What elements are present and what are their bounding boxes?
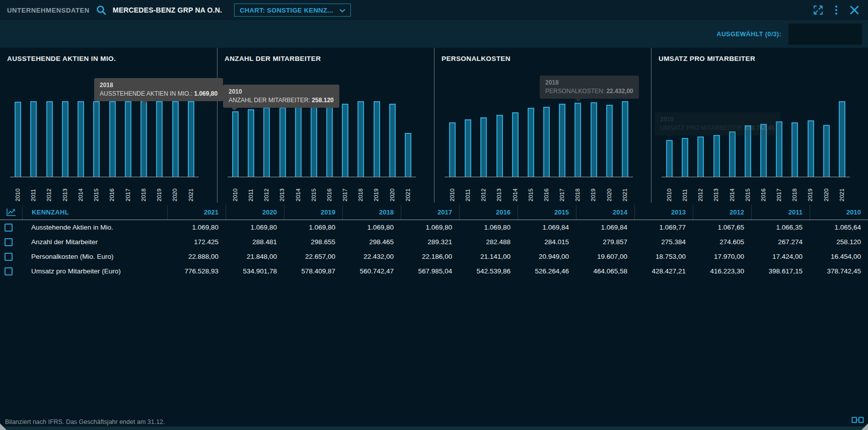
bar[interactable] [374, 101, 380, 177]
bar[interactable] [808, 120, 814, 177]
x-axis-label: 2015 [528, 179, 534, 201]
bar[interactable] [188, 101, 194, 177]
bar[interactable] [839, 101, 845, 177]
bar[interactable] [682, 138, 688, 177]
selection-toolbar: AUSGEWÄHLT (0/3): [0, 20, 868, 48]
bar[interactable] [46, 101, 53, 177]
bar[interactable] [30, 101, 37, 177]
bar[interactable] [405, 133, 411, 177]
bar[interactable] [465, 119, 471, 177]
x-axis-label: 2012 [698, 179, 704, 201]
x-axis-label: 2015 [311, 179, 317, 201]
row-checkbox[interactable] [5, 267, 13, 275]
column-header-year: 2015 [518, 205, 576, 220]
row-checkbox[interactable] [5, 238, 13, 246]
bar[interactable] [295, 106, 302, 177]
bar[interactable] [172, 101, 179, 177]
metric-value: 1.069,80 [284, 224, 342, 231]
metric-value: 298.465 [342, 238, 401, 246]
bar[interactable] [15, 102, 21, 177]
bar[interactable] [109, 101, 116, 177]
x-axis-label: 2018 [575, 179, 581, 201]
bar[interactable] [93, 101, 100, 177]
bar[interactable] [232, 111, 239, 177]
metric-value: 172.425 [167, 238, 226, 246]
x-axis-label: 2016 [327, 179, 333, 201]
metric-value: 1.069,77 [634, 224, 693, 231]
x-axis-label: 2017 [776, 179, 782, 201]
bar[interactable] [543, 107, 550, 177]
bar[interactable] [697, 136, 704, 177]
row-checkbox[interactable] [5, 253, 13, 261]
x-axis-label: 2010 [233, 179, 239, 201]
bar[interactable] [78, 101, 84, 177]
bar[interactable] [326, 105, 333, 177]
metric-value: 1.066,35 [751, 224, 810, 231]
metric-value: 1.069,80 [342, 224, 401, 231]
kebab-menu-icon[interactable] [830, 4, 843, 17]
bar[interactable] [559, 104, 565, 177]
chart-panel: ANZAHL DER MITARBEITER201020112012201320… [217, 48, 434, 202]
metric-value: 21.141,00 [459, 253, 518, 260]
search-icon[interactable] [95, 4, 108, 17]
bar[interactable] [528, 108, 534, 177]
resize-handle-right[interactable] [861, 423, 868, 430]
x-axis-label: 2020 [607, 179, 613, 201]
resize-handle-left[interactable] [0, 423, 7, 430]
bar[interactable] [125, 101, 131, 177]
x-axis-label: 2019 [157, 179, 163, 201]
topbar: UNTERNEHMENSDATEN MERCEDES-BENZ GRP NA O… [0, 0, 868, 20]
chart-tooltip: 2018AUSSTEHENDE AKTIEN IN MIO.: 1.069,80 [94, 78, 223, 101]
bar[interactable] [496, 115, 503, 177]
chart-title: PERSONALKOSTEN [442, 55, 511, 62]
tooltip-year: 2010 [660, 116, 775, 123]
bar[interactable] [140, 101, 147, 177]
x-axis-label: 2012 [46, 179, 52, 201]
row-checkbox[interactable] [5, 224, 13, 232]
bar[interactable] [713, 135, 720, 177]
x-axis-label: 2017 [342, 179, 348, 201]
bar[interactable] [342, 104, 348, 177]
x-axis-label: 2018 [792, 179, 798, 201]
bar[interactable] [279, 107, 286, 177]
metric-value: 279.857 [576, 238, 634, 246]
x-axis-label: 2011 [682, 179, 688, 201]
bar[interactable] [574, 103, 581, 177]
metric-value: 1.069,84 [518, 224, 576, 231]
metric-value: 1.067,65 [693, 224, 751, 231]
bar[interactable] [512, 112, 519, 177]
bar[interactable] [622, 101, 628, 177]
metric-value: 275.384 [634, 238, 693, 246]
bar[interactable] [62, 101, 68, 177]
accounting-note: Bilanziert nach IFRS. Das Geschäftsjahr … [5, 418, 165, 425]
metric-value: 17.424,00 [751, 253, 810, 260]
bar[interactable] [823, 125, 830, 177]
chart-line-icon[interactable] [0, 205, 22, 220]
bar[interactable] [791, 122, 798, 177]
bar[interactable] [357, 101, 364, 177]
bar[interactable] [389, 104, 396, 177]
chevron-down-icon [339, 7, 345, 14]
bar[interactable] [729, 131, 736, 177]
bar[interactable] [449, 122, 456, 177]
column-header-year: 2010 [810, 205, 868, 220]
bar[interactable] [606, 105, 613, 177]
chart-title: UMSATZ PRO MITARBEITER [659, 55, 755, 62]
bar[interactable] [311, 105, 317, 177]
metric-value: 298.655 [284, 238, 342, 246]
bar[interactable] [591, 102, 597, 177]
metric-value: 289.321 [401, 238, 459, 246]
close-icon[interactable] [848, 4, 861, 17]
column-header-year: 2011 [751, 205, 810, 220]
bar[interactable] [263, 107, 270, 177]
chart-plot [662, 95, 850, 177]
metric-value: 258.120 [810, 238, 868, 246]
bar[interactable] [248, 109, 254, 177]
expand-icon[interactable] [812, 4, 825, 17]
bar[interactable] [156, 101, 163, 177]
chart-select-dropdown[interactable]: CHART: SONSTIGE KENNZ... [234, 4, 351, 17]
bar[interactable] [480, 117, 487, 177]
metric-value: 18.753,00 [634, 253, 693, 260]
charts-row: AUSSTEHENDE AKTIEN IN MIO.20102011201220… [0, 48, 868, 202]
bar[interactable] [666, 140, 673, 177]
